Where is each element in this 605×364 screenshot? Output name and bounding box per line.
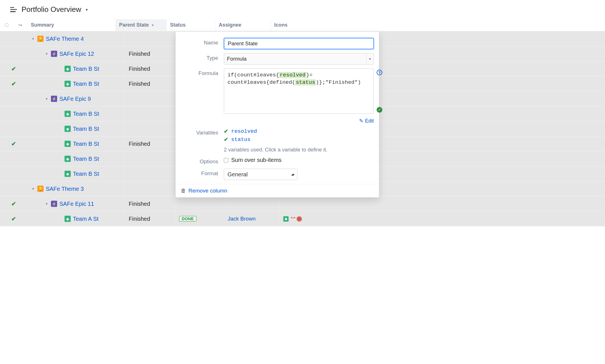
- story-icon: ◆: [65, 171, 71, 177]
- sum-checkbox-label: Sum over sub-items: [231, 157, 282, 163]
- column-icons[interactable]: Icons: [271, 19, 605, 31]
- column-config-panel: Name Type Formula ▼ Formula if(count#lea…: [175, 31, 379, 198]
- label-name: Name: [181, 38, 224, 46]
- summary-cell: ◆Team B St: [27, 166, 125, 181]
- label-type: Type: [181, 53, 224, 61]
- issue-link[interactable]: SAFe Theme 3: [46, 186, 84, 192]
- issue-link[interactable]: Team B St: [73, 141, 99, 147]
- summary-cell: ◆Team B St: [27, 121, 125, 136]
- theme-icon: 💡: [37, 186, 44, 192]
- edit-formula-link[interactable]: ✎ Edit: [224, 118, 374, 124]
- type-select[interactable]: Formula ▼: [224, 53, 374, 65]
- epic-icon: ⚡: [51, 51, 57, 57]
- expand-toggle[interactable]: ▼: [31, 37, 35, 40]
- expand-toggle[interactable]: ▼: [31, 187, 35, 190]
- assignee-cell[interactable]: Jack Brown: [224, 211, 280, 226]
- column-assignee[interactable]: Assignee: [215, 19, 271, 31]
- title-dropdown-icon[interactable]: ▾: [86, 7, 88, 12]
- select-arrows-icon: ▴▾: [291, 172, 294, 177]
- row-done-indicator: [0, 181, 27, 196]
- trash-icon: 🗑: [181, 188, 186, 194]
- parent-state-cell: Finished: [125, 46, 175, 61]
- avatar-icon: ☺: [297, 216, 302, 222]
- issue-link[interactable]: SAFe Epic 12: [59, 51, 94, 57]
- parent-state-cell: Finished: [125, 61, 175, 76]
- story-icon: ◆: [65, 126, 71, 132]
- table-row[interactable]: ✔▼⚡SAFe Epic 11Finished: [0, 196, 605, 211]
- column-parent-state[interactable]: Parent State ▼: [115, 19, 166, 31]
- check-icon: ✔: [224, 128, 228, 134]
- assignee-cell[interactable]: [224, 196, 280, 211]
- row-done-indicator: [0, 31, 27, 46]
- help-icon[interactable]: ?: [377, 70, 382, 75]
- summary-cell: ▼⚡SAFe Epic 11: [27, 196, 125, 211]
- variable-status[interactable]: ✔status: [224, 136, 374, 143]
- issue-link[interactable]: Team A St: [73, 216, 98, 222]
- summary-cell: ◆Team B St: [27, 61, 125, 76]
- issue-link[interactable]: SAFe Epic 9: [59, 96, 91, 102]
- parent-state-cell: [125, 166, 175, 181]
- radio-icon: [5, 23, 8, 27]
- summary-cell: ◆Team B St: [27, 136, 125, 151]
- name-input[interactable]: [224, 38, 374, 49]
- check-icon: ✔: [224, 136, 228, 143]
- chevron-down-icon: ▼: [366, 53, 374, 64]
- structure-icon: [10, 7, 17, 12]
- summary-cell: ▼💡SAFe Theme 4: [27, 31, 125, 46]
- summary-cell: ◆Team B St: [27, 106, 125, 121]
- issue-link[interactable]: Team B St: [73, 111, 99, 117]
- row-done-indicator: ✔: [0, 196, 27, 211]
- epic-icon: ⚡: [51, 96, 57, 102]
- sum-checkbox[interactable]: [224, 158, 228, 162]
- issue-link[interactable]: Team B St: [73, 171, 99, 177]
- parent-state-cell: [125, 151, 175, 166]
- label-options: Options: [181, 157, 224, 165]
- check-icon: ✔: [11, 215, 16, 222]
- summary-cell: ◆Team A St: [27, 211, 125, 226]
- valid-icon: ✓: [377, 107, 382, 113]
- issue-link[interactable]: Team B St: [73, 126, 99, 132]
- table-header: ↪ Summary Parent State ▼ Status Assignee…: [0, 19, 605, 31]
- issue-link[interactable]: Team B St: [73, 156, 99, 162]
- check-icon: ✔: [11, 200, 16, 207]
- column-summary[interactable]: Summary: [27, 19, 115, 31]
- check-icon: ✔: [11, 140, 16, 147]
- column-status[interactable]: Status: [166, 19, 215, 31]
- issue-link[interactable]: SAFe Theme 4: [46, 36, 84, 42]
- issue-link[interactable]: Team B St: [73, 66, 99, 72]
- row-done-indicator: [0, 46, 27, 61]
- theme-icon: 💡: [37, 36, 44, 42]
- pencil-icon: ✎: [359, 118, 363, 124]
- remove-column-link[interactable]: Remove column: [188, 188, 227, 194]
- story-icon: ◆: [283, 216, 289, 222]
- variable-resolved[interactable]: ✔resolved: [224, 128, 374, 134]
- parent-state-cell: Finished: [125, 136, 175, 151]
- issue-link[interactable]: Team B St: [73, 81, 99, 87]
- page-title: Portfolio Overview: [22, 5, 81, 14]
- status-cell: DONE: [175, 211, 224, 226]
- parent-state-cell: [125, 106, 175, 121]
- row-done-indicator: ✔: [0, 211, 27, 226]
- format-select[interactable]: General ▴▾: [224, 169, 297, 180]
- row-done-indicator: [0, 166, 27, 181]
- summary-cell: ▼⚡SAFe Epic 12: [27, 46, 125, 61]
- expand-toggle[interactable]: ▼: [45, 97, 49, 100]
- expand-toggle[interactable]: ▼: [45, 202, 49, 205]
- summary-cell: ▼💡SAFe Theme 3: [27, 181, 125, 196]
- icons-cell: [280, 196, 605, 211]
- story-icon: ◆: [65, 66, 71, 72]
- reorder-column[interactable]: ↪: [13, 22, 27, 28]
- table-row[interactable]: ✔◆Team A StFinishedDONEJack Brown◆⌃⌃☺: [0, 211, 605, 226]
- story-icon: ◆: [65, 111, 71, 117]
- check-icon: ✔: [11, 80, 16, 87]
- parent-state-cell: [125, 91, 175, 106]
- summary-cell: ▼⚡SAFe Epic 9: [27, 91, 125, 106]
- formula-input[interactable]: if(count#leaves{resolved}= count#leaves{…: [224, 68, 374, 114]
- select-column[interactable]: [0, 23, 13, 27]
- issue-link[interactable]: SAFe Epic 11: [59, 201, 94, 207]
- column-parent-state-label: Parent State: [119, 22, 149, 28]
- expand-toggle[interactable]: ▼: [45, 52, 49, 55]
- reorder-icon: ↪: [18, 22, 22, 28]
- label-formula: Formula: [181, 68, 224, 76]
- parent-state-cell: [125, 31, 175, 46]
